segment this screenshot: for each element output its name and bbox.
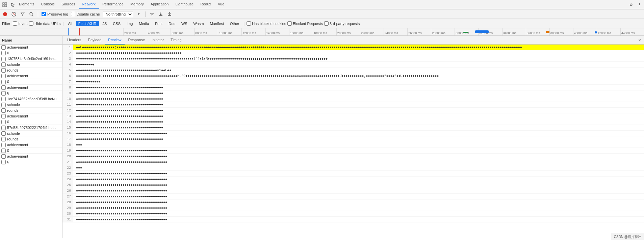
filter-fetch-xhr[interactable]: Fetch/XHR: [76, 21, 99, 26]
name-list-row[interactable]: rounds: [0, 136, 62, 142]
sub-tab-headers[interactable]: Headers: [64, 36, 85, 45]
name-list-row[interactable]: rounds: [0, 68, 62, 73]
filter-font[interactable]: Font: [153, 21, 165, 26]
throttle-select[interactable]: No throttling Fast 3G Slow 3G Offline: [103, 11, 133, 17]
ruler-mark: 20000 ms: [336, 28, 360, 35]
filter-wasm[interactable]: Wasm: [191, 21, 206, 26]
import-icon[interactable]: [158, 11, 164, 17]
name-list-row[interactable]: 1ce7414662c5aad9f3d8.hot-u: [0, 96, 62, 102]
filter-ws[interactable]: WS: [179, 21, 190, 26]
name-list-row[interactable]: schoole: [0, 131, 62, 136]
filter-all[interactable]: All: [66, 21, 74, 26]
name-list-row[interactable]: achievement: [0, 73, 62, 79]
invert-checkbox[interactable]: Invert: [13, 21, 28, 26]
tab-lighthouse[interactable]: Lighthouse: [172, 0, 197, 9]
name-list-row[interactable]: 6: [0, 159, 62, 165]
ruler-mark: 28000 ms: [431, 28, 455, 35]
name-list-row[interactable]: 1307534a6a0d0c2ed169.hot-.: [0, 56, 62, 62]
tab-redux[interactable]: Redux: [197, 0, 214, 9]
filter-other[interactable]: Other: [228, 21, 242, 26]
disable-cache-checkbox[interactable]: Disable cache: [71, 12, 100, 16]
name-list-row[interactable]: 6: [0, 90, 62, 96]
filter-img[interactable]: Img: [124, 21, 135, 26]
tab-console[interactable]: Console: [38, 0, 58, 9]
hide-data-urls-checkbox[interactable]: Hide data URLs: [29, 21, 61, 26]
sub-tab-timing[interactable]: Timing: [167, 36, 185, 45]
name-list-row[interactable]: 57e58b207502221704f9.hot-.: [0, 125, 62, 131]
preview-line: 18●●●: [62, 142, 644, 148]
cursor-icon[interactable]: [9, 1, 16, 8]
third-party-checkbox[interactable]: 3rd-party requests: [324, 21, 360, 26]
name-list-row[interactable]: 0: [0, 119, 62, 125]
export-icon[interactable]: [166, 11, 173, 17]
search-icon[interactable]: [28, 11, 34, 17]
tab-performance[interactable]: Performance: [99, 0, 127, 9]
name-list-row[interactable]: achievement: [0, 142, 62, 148]
preview-line: 30◆●●●●●●●●●●●●●●●●●●●●●●●●●●●●●●●●●●●●●…: [62, 211, 644, 217]
ruler-mark: 24000 ms: [384, 28, 407, 35]
preview-line: 2●●●●●●●●●●●●●●●●●●●●●●●●●●●●●●●●●●●●●●●…: [62, 50, 644, 56]
name-list-row[interactable]: achievement: [0, 45, 62, 50]
name-list-row[interactable]: schoole: [0, 62, 62, 68]
filter-doc[interactable]: Doc: [166, 21, 178, 26]
preview-line: 27◆●●●●●●●●●●●●●●●●●●●●●●●●●●●●●●●●●●●●●…: [62, 194, 644, 199]
tab-application[interactable]: Application: [147, 0, 172, 9]
blocked-requests-checkbox[interactable]: Blocked Requests: [287, 21, 323, 26]
tab-vue[interactable]: Vue: [214, 0, 228, 9]
wifi-icon[interactable]: [149, 11, 155, 17]
name-list-row[interactable]: achievement: [0, 113, 62, 119]
preview-line: 20◆●●●●●●●●●●●●●●●●●●●●●●●●●●●●●●●●●●●●●…: [62, 154, 644, 159]
right-panel: Headers Payload Preview Response Initiat…: [62, 36, 644, 238]
svg-line-7: [32, 15, 33, 16]
name-list-row[interactable]: schoole: [0, 102, 62, 108]
filter-media[interactable]: Media: [136, 21, 151, 26]
preview-line: 13◆●●●●●●●●●●●●●●●●●●●●●●●●●●●●●●●●●●●●●…: [62, 113, 644, 119]
filter-label: Filter: [2, 22, 10, 26]
sub-tab-initiator[interactable]: Initiator: [148, 36, 167, 45]
tab-elements[interactable]: Elements: [16, 0, 38, 9]
preview-line: 24◆●●●●●●●●●●●●●●●●●●●●●●●●●●●●●●●●●●●●●…: [62, 177, 644, 182]
filter-manifest[interactable]: Manifest: [207, 21, 226, 26]
name-list-row[interactable]: 0: [0, 50, 62, 56]
preserve-log-checkbox[interactable]: Preserve log: [42, 12, 68, 16]
stop-button[interactable]: [11, 11, 17, 17]
svg-rect-0: [3, 3, 4, 4]
filter-js[interactable]: JS: [100, 21, 109, 26]
ruler-mark: 14000 ms: [265, 28, 289, 35]
tab-sources[interactable]: Sources: [58, 0, 78, 9]
settings-icon[interactable]: ⚙: [628, 1, 635, 8]
ruler-mark: 26000 ms: [407, 28, 431, 35]
svg-rect-3: [5, 5, 7, 7]
has-blocked-cookies-checkbox[interactable]: Has blocked cookies: [247, 21, 286, 26]
preview-line: 29◆●●●●●●●●●●●●●●●●●●●●●●●●●●●●●●●●●●●●●…: [62, 205, 644, 211]
preview-line: 23◆●●●●●●●●●●●●●●●●●●●●●●●●●●●●●●●●●●●●●…: [62, 171, 644, 177]
filter-separator: |: [63, 22, 64, 26]
name-list-row[interactable]: achievement: [0, 154, 62, 159]
name-list-row[interactable]: achievement: [0, 85, 62, 90]
record-button[interactable]: [2, 11, 8, 17]
more-icon[interactable]: ⋮: [636, 1, 643, 8]
devtools-icon[interactable]: [1, 1, 8, 8]
sub-tab-preview[interactable]: Preview: [105, 36, 125, 45]
tab-memory[interactable]: Memory: [127, 0, 147, 9]
ruler-mark: 34000 ms: [502, 28, 526, 35]
name-list-row[interactable]: 0: [0, 148, 62, 154]
sub-tab-response[interactable]: Response: [125, 36, 148, 45]
name-list-row[interactable]: rounds: [0, 108, 62, 113]
preview-line: 5◆●◆●●●●●●●●●●●●●●●●●●●●●●●●●●●●●●●●●●●◆…: [62, 68, 644, 73]
preview-line: 22●●●: [62, 165, 644, 171]
sub-tab-payload[interactable]: Payload: [85, 36, 105, 45]
tab-network[interactable]: Network: [79, 0, 99, 9]
throttle-dropdown-icon[interactable]: ▾: [136, 11, 142, 17]
ruler-mark: 10000 ms: [218, 28, 241, 35]
preview-line: 8◆●●●●●●●●●●●●●●●●●●●●●●●●●●●●●●●●●●●●●●…: [62, 85, 644, 90]
filter-css[interactable]: CSS: [110, 21, 123, 26]
preview-line: 28◆●●●●●●●●●●●●●●●●●●●●●●●●●●●●●●●●●●●●●…: [62, 199, 644, 205]
preview-line: 3●●●●●●●●●●●●●●●●●●●●●●●●●●●●●●●●●●●●●●●…: [62, 56, 644, 62]
ruler-mark: 6000 ms: [171, 28, 194, 35]
svg-rect-1: [5, 3, 7, 4]
preview-line: 4●●●●●●●●◆: [62, 62, 644, 68]
close-panel-button[interactable]: ×: [637, 37, 643, 43]
filter-icon[interactable]: [20, 11, 26, 17]
name-list-row[interactable]: 0: [0, 79, 62, 85]
